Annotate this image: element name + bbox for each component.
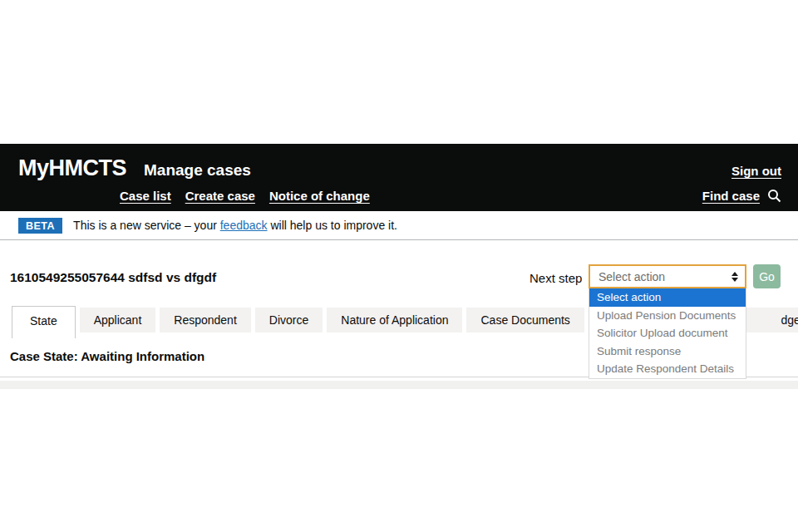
option-upload-pension-documents[interactable]: Upload Pension Documents	[589, 307, 746, 325]
search-icon[interactable]	[767, 189, 781, 203]
nav-case-list[interactable]: Case list	[120, 189, 171, 203]
tab-nature-of-application[interactable]: Nature of Application	[327, 308, 462, 332]
beta-text: This is a new service – your feedback wi…	[73, 219, 397, 232]
tab-case-documents[interactable]: Case Documents	[466, 308, 584, 332]
footer-grey-band	[0, 381, 798, 389]
nav-create-case[interactable]: Create case	[185, 189, 255, 203]
beta-text-before: This is a new service – your	[73, 219, 220, 232]
tab-state[interactable]: State	[12, 306, 76, 338]
brand-logo: MyHMCTS	[18, 155, 126, 181]
case-title: 1610549255057644 sdfsd vs dfgdf	[10, 270, 216, 285]
option-solicitor-upload-document[interactable]: Solicitor Upload document	[589, 324, 746, 342]
tab-respondent[interactable]: Respondent	[160, 308, 251, 332]
select-spinner-icon	[732, 272, 738, 282]
next-step-selected-value: Select action	[598, 270, 732, 283]
tab-applicant[interactable]: Applicant	[80, 308, 156, 332]
feedback-link[interactable]: feedback	[220, 219, 268, 232]
find-case-wrap: Find case	[702, 189, 781, 203]
go-button[interactable]: Go	[753, 264, 781, 288]
next-step-label: Next step	[530, 271, 583, 285]
header-nav-row: Case list Create case Notice of change F…	[0, 181, 798, 203]
sign-out-link[interactable]: Sign out	[732, 164, 781, 178]
service-header: MyHMCTS Manage cases Sign out Case list …	[0, 144, 798, 211]
case-state-text: Case State: Awaiting Information	[10, 349, 204, 363]
tab-divorce[interactable]: Divorce	[255, 308, 323, 332]
header-brand-row: MyHMCTS Manage cases Sign out	[0, 144, 798, 181]
option-update-respondent-details[interactable]: Update Respondent Details	[589, 360, 746, 378]
manage-cases-page: MyHMCTS Manage cases Sign out Case list …	[0, 0, 798, 532]
find-case-link[interactable]: Find case	[702, 189, 760, 203]
next-step-options-panel: Select action Upload Pension Documents S…	[589, 288, 746, 379]
service-title: Manage cases	[144, 161, 251, 180]
beta-text-after: will help us to improve it.	[268, 219, 397, 232]
option-select-action[interactable]: Select action	[589, 288, 746, 307]
nav-notice-of-change[interactable]: Notice of change	[269, 189, 370, 203]
tab-dge-partial[interactable]: dge	[746, 308, 798, 332]
option-submit-response[interactable]: Submit response	[589, 342, 746, 361]
beta-badge: BETA	[18, 218, 62, 234]
beta-banner: BETA This is a new service – your feedba…	[0, 211, 798, 240]
next-step-select[interactable]: Select action	[589, 264, 746, 288]
